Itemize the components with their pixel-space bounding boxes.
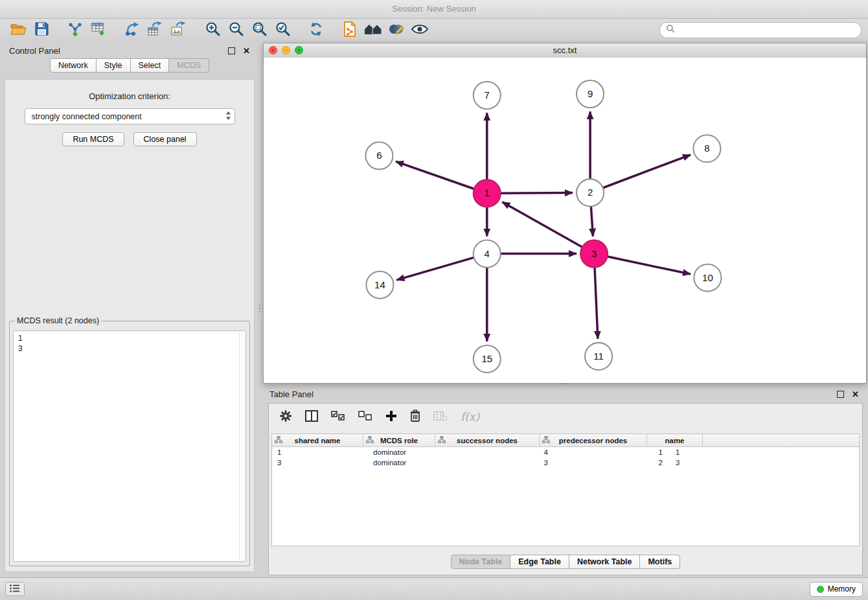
table-settings-button[interactable] bbox=[279, 410, 292, 424]
close-panel-button[interactable]: Close panel bbox=[133, 132, 197, 146]
home-button[interactable] bbox=[361, 20, 385, 40]
memory-button[interactable]: Memory bbox=[810, 582, 863, 597]
export-network-icon bbox=[124, 21, 141, 39]
zoom-in-button[interactable] bbox=[201, 20, 224, 40]
tab-mcds[interactable]: MCDS bbox=[169, 58, 209, 73]
close-window-button[interactable]: ✕ bbox=[269, 46, 277, 54]
column-header-successor-nodes[interactable]: successor nodes bbox=[435, 434, 540, 446]
table-cell: 1 bbox=[556, 447, 670, 457]
network-graph[interactable]: 7968124310141511 bbox=[264, 58, 866, 383]
close-panel-icon[interactable]: ✕ bbox=[243, 47, 250, 55]
zoom-out-icon bbox=[228, 21, 244, 39]
export-network-button[interactable] bbox=[120, 20, 144, 40]
gear-icon bbox=[279, 410, 292, 424]
maximize-window-button[interactable]: + bbox=[295, 46, 303, 54]
graph-edge-3-1[interactable] bbox=[502, 202, 584, 248]
table-cell: 1 bbox=[272, 447, 368, 457]
delete-columns-button[interactable] bbox=[410, 410, 420, 424]
mcds-result-list[interactable]: 1 3 bbox=[13, 330, 246, 562]
zoom-fit-button[interactable] bbox=[247, 20, 271, 40]
window-titlebar: Session: New Session bbox=[0, 0, 868, 19]
home-icon bbox=[363, 21, 383, 39]
zoom-out-button[interactable] bbox=[224, 20, 247, 40]
graph-edge-2-3[interactable] bbox=[591, 204, 593, 236]
table-row[interactable]: 3 dominator 3 2 3 bbox=[272, 457, 859, 468]
float-table-panel-icon[interactable] bbox=[837, 391, 844, 398]
network-window-title: scc.txt bbox=[553, 45, 577, 55]
style-edit-button[interactable] bbox=[385, 20, 408, 40]
import-network-button[interactable] bbox=[63, 20, 87, 40]
tab-motifs[interactable]: Motifs bbox=[640, 555, 680, 569]
save-disk-icon bbox=[34, 21, 49, 38]
graph-node-label-8: 8 bbox=[704, 143, 709, 154]
function-builder-button[interactable]: f(x) bbox=[461, 410, 479, 423]
document-share-button[interactable] bbox=[338, 20, 361, 40]
delete-table-button[interactable] bbox=[433, 411, 448, 423]
document-share-icon bbox=[342, 21, 358, 40]
trash-icon bbox=[410, 410, 420, 424]
tab-select[interactable]: Select bbox=[131, 58, 170, 73]
zoom-fit-icon bbox=[251, 21, 268, 39]
show-details-button[interactable] bbox=[408, 20, 431, 40]
column-header-predecessor-nodes[interactable]: predecessor nodes bbox=[540, 434, 647, 446]
search-box[interactable] bbox=[659, 22, 862, 38]
unselect-all-columns-button[interactable] bbox=[358, 411, 372, 423]
tab-network[interactable]: Network bbox=[50, 58, 97, 73]
export-table-button[interactable] bbox=[144, 20, 167, 40]
export-image-button[interactable] bbox=[167, 20, 190, 40]
graph-node-label-11: 11 bbox=[593, 351, 604, 362]
search-input[interactable] bbox=[678, 25, 855, 35]
open-session-button[interactable] bbox=[6, 20, 30, 40]
task-history-button[interactable] bbox=[5, 582, 25, 596]
network-canvas[interactable]: 7968124310141511 bbox=[264, 58, 866, 383]
graph-edge-3-11[interactable] bbox=[595, 266, 598, 339]
criterion-dropdown[interactable]: strongly connected component bbox=[25, 108, 235, 124]
close-table-panel-icon[interactable]: ✕ bbox=[852, 390, 859, 398]
table-cell: 4 bbox=[444, 447, 556, 457]
style-pencil-icon bbox=[388, 21, 405, 39]
column-header-mcds-role[interactable]: MCDS role bbox=[363, 434, 435, 446]
result-line: 1 bbox=[18, 333, 241, 343]
column-tree-icon bbox=[438, 436, 446, 443]
save-session-button[interactable] bbox=[30, 20, 53, 40]
delete-table-icon bbox=[433, 411, 448, 423]
graph-node-label-3: 3 bbox=[591, 248, 597, 259]
window-title: Session: New Session bbox=[392, 4, 475, 14]
graph-node-label-4: 4 bbox=[485, 248, 490, 259]
eye-icon bbox=[411, 23, 429, 38]
run-mcds-button[interactable]: Run MCDS bbox=[62, 132, 124, 146]
show-columns-button[interactable] bbox=[305, 410, 318, 424]
table-tabs: Node Table Edge Table Network Table Moti… bbox=[269, 555, 862, 569]
memory-label: Memory bbox=[828, 584, 856, 594]
refresh-icon bbox=[308, 21, 325, 39]
graph-node-label-6: 6 bbox=[376, 150, 382, 161]
node-table: shared name MCDS role successor nodes bbox=[271, 433, 860, 546]
column-header-shared-name[interactable]: shared name bbox=[272, 434, 363, 446]
graph-edge-3-10[interactable] bbox=[606, 256, 691, 274]
memory-status-dot bbox=[817, 586, 824, 593]
graph-edge-2-8[interactable] bbox=[601, 155, 691, 189]
table-row[interactable]: 1 dominator 4 1 1 bbox=[272, 447, 859, 457]
graph-edge-1-2[interactable] bbox=[499, 193, 573, 194]
optimization-criterion-label: Optimization criterion: bbox=[5, 91, 254, 101]
result-scrollbar[interactable] bbox=[239, 331, 246, 561]
apply-layout-button[interactable] bbox=[304, 20, 328, 40]
minimize-window-button[interactable]: − bbox=[282, 46, 290, 54]
import-table-button[interactable] bbox=[87, 20, 110, 40]
tab-network-table[interactable]: Network Table bbox=[569, 555, 641, 569]
zoom-selected-button[interactable] bbox=[271, 20, 294, 40]
column-header-name[interactable]: name bbox=[647, 434, 703, 446]
select-all-columns-button[interactable] bbox=[331, 411, 345, 423]
create-column-button[interactable] bbox=[385, 410, 397, 424]
tab-edge-table[interactable]: Edge Table bbox=[510, 555, 569, 569]
control-panel: Control Panel ✕ Network Style Select MCD… bbox=[3, 43, 257, 574]
float-panel-icon[interactable] bbox=[228, 47, 235, 54]
graph-edge-1-6[interactable] bbox=[396, 161, 476, 189]
tab-style[interactable]: Style bbox=[97, 58, 131, 73]
control-panel-tabs: Network Style Select MCDS bbox=[3, 58, 257, 73]
graph-node-label-14: 14 bbox=[374, 279, 385, 290]
vertical-splitter-grip[interactable] bbox=[258, 299, 262, 317]
graph-edge-4-14[interactable] bbox=[396, 257, 475, 281]
tab-node-table[interactable]: Node Table bbox=[451, 555, 510, 569]
table-cell: dominator bbox=[368, 447, 444, 457]
